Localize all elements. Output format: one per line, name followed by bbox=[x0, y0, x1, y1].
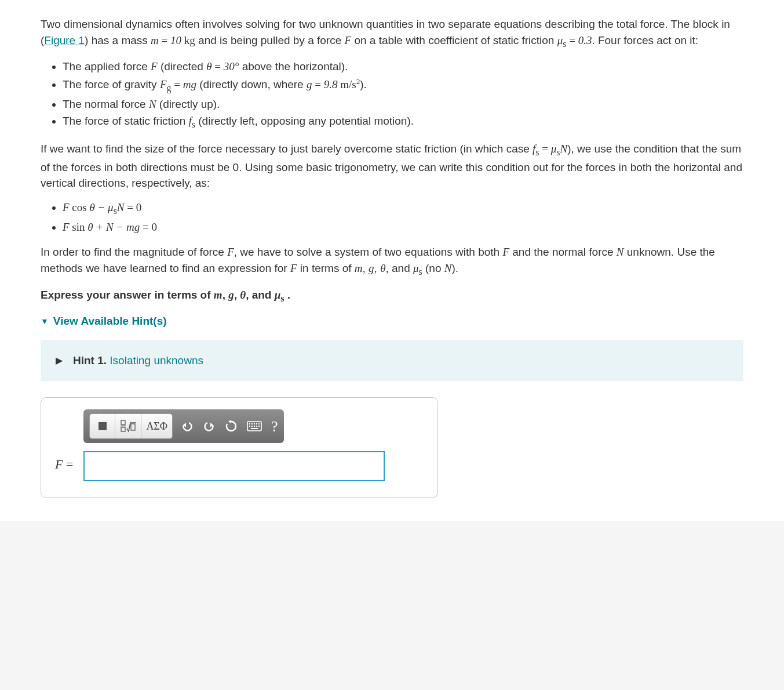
svg-rect-10 bbox=[258, 423, 260, 424]
equation-horizontal: F cos θ − μsN = 0 bbox=[63, 201, 141, 213]
list-item: The applied force F (directed θ = 30° ab… bbox=[63, 59, 743, 75]
rectangle-icon bbox=[98, 420, 107, 432]
redo-icon bbox=[203, 420, 216, 432]
fraction-root-icon bbox=[120, 419, 136, 433]
reset-icon bbox=[225, 420, 238, 433]
intro-text-d: on a table with coefficient of static fr… bbox=[351, 34, 557, 46]
force-text: The force of static friction bbox=[63, 115, 189, 127]
gravity-symbol: Fg = mg bbox=[160, 78, 196, 90]
force-text: (directed bbox=[158, 60, 206, 72]
svg-rect-12 bbox=[251, 426, 253, 427]
hint-title: Hint 1. bbox=[73, 354, 107, 366]
m-symbol: m bbox=[214, 289, 223, 301]
solve-text: ). bbox=[451, 262, 458, 274]
equals-sign: = bbox=[63, 457, 73, 471]
solve-paragraph: In order to find the magnitude of force … bbox=[41, 244, 743, 278]
F-symbol: F bbox=[290, 262, 297, 274]
list-item: F cos θ − μsN = 0 bbox=[63, 199, 743, 218]
solve-text: (no bbox=[422, 262, 444, 274]
force-F-symbol: F bbox=[345, 34, 352, 46]
m-symbol: m bbox=[355, 262, 363, 274]
svg-rect-9 bbox=[256, 423, 257, 424]
force-text: The force of gravity bbox=[63, 78, 160, 90]
solve-text: in terms of bbox=[297, 262, 355, 274]
N-symbol: N bbox=[617, 246, 624, 258]
solve-text: and the normal force bbox=[509, 246, 617, 258]
view-hints-toggle[interactable]: ▼ View Available Hint(s) bbox=[41, 313, 743, 329]
svg-rect-16 bbox=[251, 428, 258, 429]
list-item: The force of static friction fs (directl… bbox=[63, 113, 743, 132]
hint-box: ▶ Hint 1. Isolating unknowns bbox=[41, 340, 743, 382]
fraction-root-button[interactable] bbox=[115, 414, 141, 438]
list-item: The normal force N (directly up). bbox=[63, 96, 743, 112]
list-item: F sin θ + N − mg = 0 bbox=[63, 219, 743, 235]
keyboard-button[interactable] bbox=[247, 421, 262, 431]
N-symbol: N bbox=[444, 262, 452, 274]
svg-rect-8 bbox=[254, 423, 255, 424]
svg-rect-0 bbox=[99, 422, 107, 430]
undo-button[interactable] bbox=[181, 420, 194, 432]
forces-list: The applied force F (directed θ = 30° ab… bbox=[63, 59, 743, 132]
force-text: The applied force bbox=[63, 60, 151, 72]
svg-rect-13 bbox=[254, 426, 255, 427]
svg-rect-7 bbox=[251, 423, 253, 424]
svg-rect-4 bbox=[131, 424, 135, 430]
g-symbol: g bbox=[369, 262, 374, 274]
force-text: above the horizontal). bbox=[239, 60, 348, 72]
F-symbol: F bbox=[55, 457, 63, 471]
F-symbol: F bbox=[502, 246, 509, 258]
express-text: Express your answer in terms of bbox=[41, 289, 214, 301]
svg-rect-2 bbox=[121, 427, 125, 431]
force-text: (directly down, where bbox=[196, 78, 307, 90]
svg-rect-6 bbox=[249, 423, 250, 424]
svg-rect-15 bbox=[258, 426, 260, 427]
keyboard-icon bbox=[247, 421, 262, 431]
condition-paragraph: If we want to find the size of the force… bbox=[41, 141, 743, 191]
force-F-symbol: F bbox=[151, 60, 158, 72]
mu-symbol: μs bbox=[275, 289, 285, 301]
theta-symbol: θ bbox=[240, 289, 246, 301]
hint-subtitle: Isolating unknowns bbox=[110, 354, 203, 366]
force-text: The normal force bbox=[63, 98, 149, 110]
svg-rect-1 bbox=[121, 420, 125, 424]
force-text: (directly up). bbox=[156, 98, 220, 110]
express-instruction: Express your answer in terms of m, g, θ,… bbox=[41, 287, 743, 306]
list-item: The force of gravity Fg = mg (directly d… bbox=[63, 76, 743, 95]
answer-variable-label: F = bbox=[55, 455, 73, 474]
svg-rect-11 bbox=[249, 426, 250, 427]
caret-right-icon: ▶ bbox=[56, 354, 63, 367]
normal-symbol: N bbox=[149, 98, 156, 110]
hint-1-toggle[interactable]: ▶ Hint 1. Isolating unknowns bbox=[56, 353, 728, 369]
greek-label: ΑΣΦ bbox=[146, 419, 167, 434]
equation-vertical: F sin θ + N − mg = 0 bbox=[63, 221, 157, 233]
mu-expression: μs = 0.3 bbox=[557, 34, 592, 46]
reset-button[interactable] bbox=[225, 420, 238, 433]
template-button-group: ΑΣΦ bbox=[89, 413, 173, 439]
solve-text: In order to find the magnitude of force bbox=[41, 246, 227, 258]
intro-text-e: . Four forces act on it: bbox=[592, 34, 698, 46]
solve-text: , we have to solve a system of two equat… bbox=[234, 246, 503, 258]
greek-letters-button[interactable]: ΑΣΦ bbox=[141, 414, 172, 438]
force-text: (directly left, opposing any potential m… bbox=[195, 115, 414, 127]
answer-input[interactable] bbox=[83, 451, 385, 481]
g-expression: g = 9.8 m/s2 bbox=[307, 78, 360, 90]
intro-text-c: and is being pulled by a force bbox=[195, 34, 345, 46]
cond-text: If we want to find the size of the force… bbox=[41, 143, 533, 155]
help-button[interactable]: ? bbox=[271, 416, 278, 438]
mass-expression: m = 10 kg bbox=[151, 34, 195, 46]
problem-body: Two dimensional dynamics often involves … bbox=[0, 0, 784, 521]
intro-paragraph: Two dimensional dynamics often involves … bbox=[41, 16, 743, 50]
redo-button[interactable] bbox=[203, 420, 216, 432]
intro-text-b: ) has a mass bbox=[85, 34, 151, 46]
fs-mu-N: fs = μsN bbox=[533, 143, 567, 155]
g-symbol: g bbox=[228, 289, 234, 301]
svg-rect-14 bbox=[256, 426, 257, 427]
rectangle-template-button[interactable] bbox=[90, 414, 115, 438]
mu-symbol: μs bbox=[413, 262, 422, 274]
answer-card: F = bbox=[41, 397, 438, 498]
undo-icon bbox=[181, 420, 194, 432]
figure-link[interactable]: Figure 1 bbox=[44, 34, 85, 46]
force-text: ). bbox=[360, 78, 367, 90]
F-symbol: F bbox=[227, 246, 234, 258]
caret-down-icon: ▼ bbox=[41, 315, 49, 327]
